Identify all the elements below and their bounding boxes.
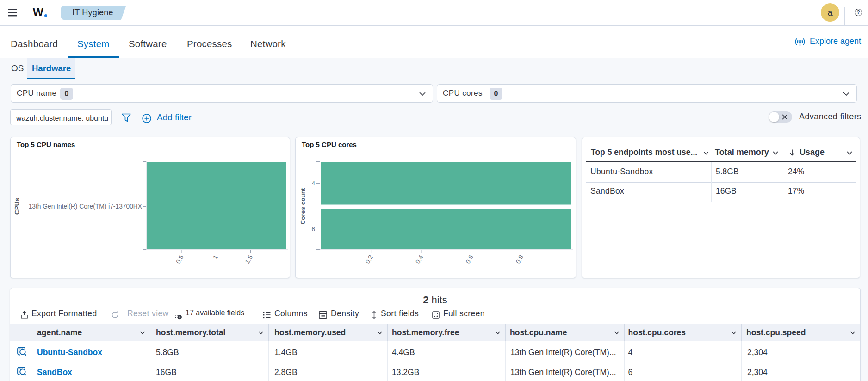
svg-text:6: 6: [312, 226, 315, 233]
svg-text:0.4: 0.4: [414, 254, 425, 265]
svg-text:0.5: 0.5: [174, 254, 185, 265]
svg-text:0.6: 0.6: [464, 254, 474, 265]
svg-text:Cores count: Cores count: [299, 188, 306, 224]
svg-text:4: 4: [312, 180, 316, 187]
svg-text:1: 1: [211, 254, 219, 260]
svg-text:0.2: 0.2: [364, 254, 374, 265]
svg-text:13th Gen Intel(R) Core(TM) i7-: 13th Gen Intel(R) Core(TM) i7-13700HX: [29, 203, 142, 210]
svg-text:1.5: 1.5: [244, 254, 254, 265]
svg-text:0.8: 0.8: [515, 254, 525, 265]
svg-text:CPUs: CPUs: [13, 198, 20, 215]
